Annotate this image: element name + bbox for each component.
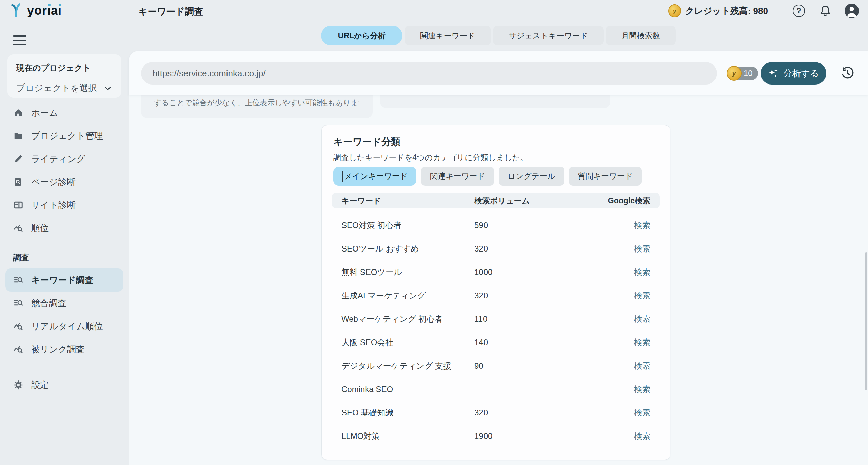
site-layout-icon [13,200,24,210]
google-search-link[interactable]: 検索 [634,337,660,348]
home-icon [13,107,24,118]
volume-cell: 90 [474,361,583,371]
rank-chart-icon [13,344,24,355]
keyword-cell: 大阪 SEO会社 [332,337,474,348]
sidebar-divider [7,246,121,246]
keyword-cell: 無料 SEOツール [332,267,474,278]
current-project-title: 現在のプロジェクト [16,62,113,73]
google-search-link[interactable]: 検索 [634,243,660,254]
header-divider [780,4,780,18]
volume-cell: 110 [474,314,583,324]
chip-question-keywords[interactable]: 質問キーワード [569,167,642,186]
sidebar-item-competitor-research[interactable]: 競合調査 [5,292,123,315]
column-header-keyword: キーワード [332,196,474,206]
keyword-cell: Webマーケティング 初心者 [332,314,474,324]
chip-long-tail[interactable]: ロングテール [499,167,564,186]
bell-icon [819,4,832,17]
help-button[interactable]: ? [791,3,806,18]
sidebar-item-rank[interactable]: 順位 [5,217,123,240]
content-panel: することで競合が少なく、上位表示しやすい可能性もあります。 y 10 分析する [129,51,868,465]
sidebar-item-backlink-research[interactable]: 被リンク調査 [5,338,123,361]
table-row: SEOツール おすすめ 320 検索 [332,237,660,260]
table-row: 生成AI マーケティング 320 検索 [332,284,660,307]
sidebar-item-realtime-rank[interactable]: リアルタイム順位 [5,315,123,338]
analyze-button[interactable]: 分析する [761,62,826,85]
analysis-tabs: URLから分析 関連キーワード サジェストキーワード 月間検索数 [129,26,868,46]
app-logo: yorıaı [8,3,62,18]
sidebar-item-label: 被リンク調査 [31,343,85,355]
keyword-cell: 生成AI マーケティング [332,290,474,301]
logo-mark-icon [8,3,24,18]
tab-monthly-volume[interactable]: 月間検索数 [606,26,676,45]
page-scrollbar-thumb[interactable] [865,252,867,390]
table-row: SEO対策 初心者 590 検索 [332,213,660,237]
tab-url-analysis[interactable]: URLから分析 [321,26,402,45]
user-icon [845,4,859,18]
list-search-icon [13,298,24,309]
column-header-volume: 検索ボリューム [474,196,583,206]
notifications-button[interactable] [818,3,833,18]
chip-related-keywords[interactable]: 関連キーワード [421,167,494,186]
sidebar-item-label: プロジェクト管理 [31,130,103,142]
account-button[interactable] [844,3,859,18]
google-search-link[interactable]: 検索 [634,267,660,278]
cost-coin-icon: y [727,66,742,81]
table-row: SEO 基礎知識 320 検索 [332,401,660,424]
chip-main-keywords[interactable]: メインキーワード [333,167,416,186]
keyword-classification-card: キーワード分類 調査したキーワードを4つのカテゴリに分類しました。 メインキーワ… [321,125,670,460]
sidebar-item-page-diagnosis[interactable]: ページ診断 [5,170,123,193]
sidebar-item-projects[interactable]: プロジェクト管理 [5,124,123,147]
avatar [845,4,859,18]
google-search-link[interactable]: 検索 [634,384,660,395]
table-row: 大阪 SEO会社 140 検索 [332,331,660,354]
url-input[interactable] [141,62,717,85]
sidebar-item-label: キーワード調査 [31,274,94,286]
history-button[interactable] [840,65,856,81]
volume-cell: 320 [474,291,583,300]
google-search-link[interactable]: 検索 [634,290,660,301]
sidebar-item-label: 設定 [31,379,49,391]
analyze-button-label: 分析する [783,68,819,79]
sidebar-item-home[interactable]: ホーム [5,101,123,124]
pencil-icon [13,153,24,164]
sidebar-item-label: 競合調査 [31,297,66,309]
tab-suggest-keywords[interactable]: サジェストキーワード [493,26,604,45]
google-search-link[interactable]: 検索 [634,407,660,418]
analysis-cost-badge: y 10 [727,66,758,81]
keyword-cell: Cominka SEO [332,385,474,394]
google-search-link[interactable]: 検索 [634,431,660,442]
google-search-link[interactable]: 検索 [634,360,660,371]
sidebar-item-site-diagnosis[interactable]: サイト診断 [5,193,123,217]
sidebar-item-label: ホーム [31,107,58,119]
research-section-label: 調査 [13,252,129,263]
volume-cell: --- [474,385,583,394]
chevron-down-icon [103,83,113,93]
rank-chart-icon [13,321,24,332]
credit-balance-chip[interactable]: y クレジット残高: 980 [668,4,768,17]
credit-balance-label: クレジット残高: 980 [685,5,768,17]
sidebar-item-keyword-research[interactable]: キーワード調査 [5,268,123,292]
keyword-cell: LLMO対策 [332,431,474,442]
current-project-card: 現在のプロジェクト プロジェクトを選択 [7,54,121,98]
keyword-cell: デジタルマーケティング 支援 [332,360,474,371]
menu-toggle-button[interactable] [13,35,26,45]
sidebar-item-settings[interactable]: 設定 [5,373,123,396]
logo-i-dot [59,4,61,6]
volume-cell: 1900 [474,431,583,441]
project-selector-label: プロジェクトを選択 [16,82,97,94]
help-icon: ? [793,5,805,17]
sidebar-nav: ホーム プロジェクト管理 ライティング ページ診断 サイト診断 [0,101,129,396]
google-search-link[interactable]: 検索 [634,314,660,324]
table-row: LLMO対策 1900 検索 [332,424,660,448]
project-selector[interactable]: プロジェクトを選択 [16,82,113,94]
volume-cell: 1000 [474,267,583,277]
keyword-cell: SEO 基礎知識 [332,407,474,418]
text-cursor [342,171,343,182]
column-header-google: Google検索 [608,196,660,206]
top-header: yorıaı キーワード調査 y クレジット残高: 980 ? [0,0,868,22]
sidebar-item-writing[interactable]: ライティング [5,147,123,170]
google-search-link[interactable]: 検索 [634,220,660,231]
clipped-info-text: することで競合が少なく、上位表示しやすい可能性もあります。 [154,98,360,108]
table-row: Webマーケティング 初心者 110 検索 [332,307,660,331]
tab-related-keywords[interactable]: 関連キーワード [405,26,491,45]
